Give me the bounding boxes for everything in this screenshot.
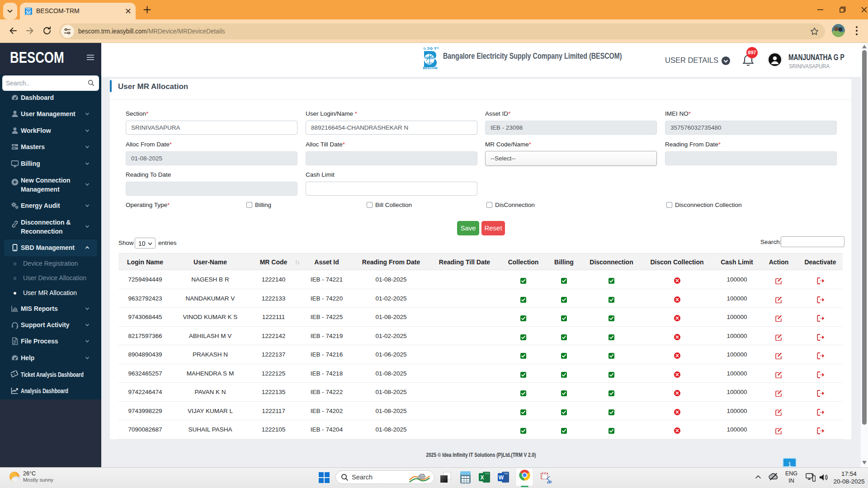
svg-text:W: W bbox=[499, 474, 504, 481]
svg-text:X: X bbox=[480, 474, 484, 481]
svg-text:BESCOM: BESCOM bbox=[423, 66, 437, 70]
